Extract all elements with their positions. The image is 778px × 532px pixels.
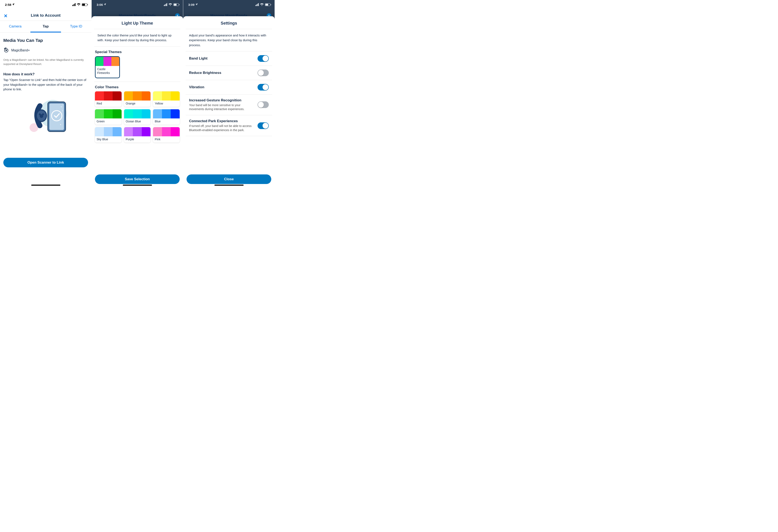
toggle[interactable]	[257, 84, 269, 91]
status-time: 2:58	[5, 3, 11, 6]
wifi-icon	[260, 3, 264, 6]
svg-point-11	[62, 110, 63, 111]
tab-tap[interactable]: Tap	[30, 21, 61, 32]
swatch	[95, 109, 122, 118]
how-heading: How does it work?	[3, 72, 88, 76]
theme-pink[interactable]: Pink	[153, 127, 180, 143]
theme-label: Orange	[124, 100, 151, 107]
sheet-title: Settings	[186, 16, 272, 29]
setting-reduce-brightness: Reduce Brightness	[186, 66, 272, 80]
theme-grid: RedOrangeYellowGreenOcean BlueBlueSky Bl…	[92, 91, 183, 143]
svg-point-10	[61, 106, 62, 107]
home-indicator[interactable]	[31, 185, 60, 186]
setting-increased-gesture-recognition: Increased Gesture RecognitionYour band w…	[186, 94, 272, 115]
theme-blue[interactable]: Blue	[153, 109, 180, 125]
cellular-signal-icon	[72, 3, 76, 6]
special-themes-heading: Special Themes	[95, 50, 180, 54]
battery-icon	[265, 3, 270, 6]
status-bar: 3:06	[92, 0, 183, 9]
toggle[interactable]	[257, 70, 269, 76]
tab-bar: Camera Tap Type ID	[0, 21, 91, 33]
page-title: Link to Account	[31, 13, 61, 17]
tab-camera[interactable]: Camera	[0, 21, 30, 32]
theme-label: Blue	[153, 118, 180, 125]
svg-point-17	[42, 113, 44, 115]
media-row: MagicBand+	[3, 48, 88, 53]
battery-icon	[173, 3, 179, 6]
theme-label: Sky Blue	[95, 136, 122, 143]
setting-title: Connected Park Experiences	[189, 119, 255, 123]
media-label: MagicBand+	[11, 49, 30, 52]
swatch	[95, 91, 122, 100]
svg-point-3	[6, 50, 7, 51]
screen-link-to-account: 2:58 ✕ Link to Account Camera Tap Type I…	[0, 0, 92, 187]
theme-label: Purple	[124, 136, 151, 143]
setting-title: Reduce Brightness	[189, 71, 255, 75]
swatch	[153, 91, 180, 100]
sheet-intro: Adjust your band's appearance and how it…	[186, 29, 272, 52]
hint-text: Only a MagicBand+ can be linked. No othe…	[3, 58, 88, 66]
sheet-title: Light Up Theme	[94, 16, 180, 29]
save-selection-button[interactable]: Save Selection	[95, 174, 180, 184]
theme-green[interactable]: Green	[95, 109, 122, 125]
theme-yellow[interactable]: Yellow	[153, 91, 180, 107]
location-arrow-icon	[103, 3, 106, 6]
swatch	[95, 127, 122, 136]
toggle[interactable]	[257, 122, 269, 129]
swatch	[124, 91, 151, 100]
theme-ocean-blue[interactable]: Ocean Blue	[124, 109, 151, 125]
swatch	[124, 127, 151, 136]
swatch	[124, 109, 151, 118]
how-description: Tap "Open Scanner to Link" and then hold…	[3, 78, 88, 92]
wifi-icon	[168, 3, 172, 6]
theme-castle-fireworks[interactable]: Castle Fireworks	[95, 56, 120, 78]
home-indicator[interactable]	[215, 185, 244, 186]
svg-point-2	[5, 50, 6, 51]
theme-sky-blue[interactable]: Sky Blue	[95, 127, 122, 143]
theme-label: Green	[95, 118, 122, 125]
color-themes-heading: Color Themes	[95, 85, 180, 89]
setting-title: Band Light	[189, 57, 255, 61]
theme-purple[interactable]: Purple	[124, 127, 151, 143]
theme-label: Yellow	[153, 100, 180, 107]
status-bar: 3:09	[183, 0, 275, 9]
cellular-signal-icon	[255, 3, 259, 6]
toggle[interactable]	[257, 55, 269, 62]
status-time: 3:09	[188, 3, 194, 6]
wifi-icon	[77, 3, 81, 6]
setting-band-light: Band Light	[186, 52, 272, 66]
theme-sheet: Light Up Theme Select the color theme yo…	[92, 16, 183, 187]
setting-title: Vibration	[189, 85, 255, 89]
svg-point-12	[60, 124, 61, 125]
magicband-icon	[3, 48, 9, 53]
settings-sheet: Settings Adjust your band's appearance a…	[183, 16, 275, 187]
theme-label: Castle Fireworks	[95, 66, 119, 78]
theme-label: Pink	[153, 136, 180, 143]
swatch	[95, 57, 119, 66]
theme-label: Ocean Blue	[124, 118, 151, 125]
tab-type-id[interactable]: Type ID	[61, 21, 91, 32]
screen-light-up-theme: 3:06 ‹ Manage MagicBand+ + Light Up Them…	[92, 0, 183, 187]
setting-description: Your band will be more sensitive to your…	[189, 103, 255, 111]
location-arrow-icon	[12, 3, 15, 6]
setting-description: If turned off, your band will not be abl…	[189, 124, 255, 132]
setting-vibration: Vibration	[186, 80, 272, 94]
nav-bar: ✕ Link to Account	[0, 11, 91, 21]
open-scanner-button[interactable]: Open Scanner to Link	[3, 158, 88, 167]
setting-connected-park-experiences: Connected Park ExperiencesIf turned off,…	[186, 115, 272, 136]
battery-icon	[82, 3, 87, 6]
theme-red[interactable]: Red	[95, 91, 122, 107]
cellular-signal-icon	[164, 3, 167, 6]
swatch	[153, 109, 180, 118]
location-arrow-icon	[195, 3, 198, 6]
toggle[interactable]	[257, 101, 269, 108]
close-button[interactable]: Close	[186, 174, 271, 184]
theme-label: Red	[95, 100, 122, 107]
theme-orange[interactable]: Orange	[124, 91, 151, 107]
home-indicator[interactable]	[123, 185, 152, 186]
section-heading: Media You Can Tap	[3, 38, 88, 43]
swatch	[153, 127, 180, 136]
pairing-illustration	[22, 96, 70, 136]
status-time: 3:06	[97, 3, 103, 6]
close-icon[interactable]: ✕	[4, 13, 7, 19]
